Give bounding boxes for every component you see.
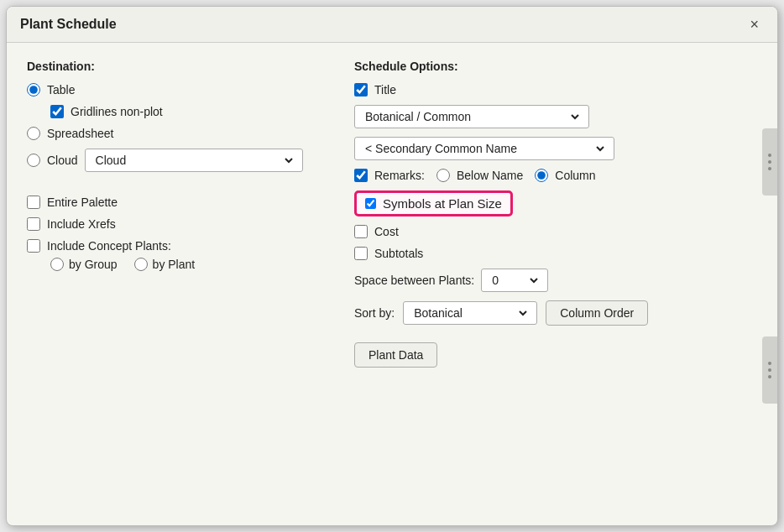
remarks-checkbox[interactable] xyxy=(354,169,368,182)
plant-data-row: Plant Data xyxy=(354,339,757,368)
cloud-dropdown[interactable]: Cloud Option 1 Option 2 xyxy=(85,149,303,172)
gridlines-checkbox-item: Gridlines non-plot xyxy=(50,105,337,118)
botanical-common-dropdown[interactable]: Botanical / Common Botanical Common xyxy=(354,105,589,128)
subtotals-checkbox[interactable] xyxy=(354,247,368,260)
handle-dot xyxy=(768,375,771,378)
plant-schedule-dialog: Plant Schedule × Destination: Table Grid… xyxy=(6,6,778,526)
cloud-radio-label[interactable]: Cloud xyxy=(47,154,78,167)
include-xrefs-label[interactable]: Include Xrefs xyxy=(47,217,116,231)
by-group-radio[interactable] xyxy=(50,258,64,271)
subtotals-item: Subtotals xyxy=(354,247,757,260)
cost-label[interactable]: Cost xyxy=(374,225,399,238)
sort-row: Sort by: Botanical Common Code Column Or… xyxy=(354,300,757,326)
include-concept-container: Include Concept Plants: by Group by Plan… xyxy=(27,239,337,271)
remarks-label[interactable]: Remarks: xyxy=(374,169,425,182)
concept-sub-group: by Group by Plant xyxy=(50,258,337,271)
cost-item: Cost xyxy=(354,225,757,238)
include-concept-label[interactable]: Include Concept Plants: xyxy=(47,239,171,253)
symbols-checkbox[interactable] xyxy=(365,198,376,209)
handle-dot xyxy=(768,362,771,365)
space-select[interactable]: 0 1 2 3 4 5 xyxy=(489,273,541,288)
by-plant-radio-item: by Plant xyxy=(134,258,196,271)
column-item: Column xyxy=(535,169,595,182)
below-name-item: Below Name xyxy=(436,169,523,182)
handle-dot xyxy=(768,160,771,164)
botanical-common-select[interactable]: Botanical / Common Botanical Common xyxy=(362,109,582,124)
column-radio[interactable] xyxy=(535,169,548,182)
gridlines-label[interactable]: Gridlines non-plot xyxy=(71,105,163,118)
sort-dropdown[interactable]: Botanical Common Code xyxy=(403,301,537,325)
sort-select[interactable]: Botanical Common Code xyxy=(410,305,530,321)
extra-options-group: Entire Palette Include Xrefs Include Con… xyxy=(27,196,337,271)
include-xrefs-checkbox[interactable] xyxy=(27,217,40,231)
schedule-options-label: Schedule Options: xyxy=(354,60,757,73)
handle-dot xyxy=(768,167,771,170)
handle-dot xyxy=(768,368,771,372)
by-group-radio-item: by Group xyxy=(50,258,118,271)
plant-data-button[interactable]: Plant Data xyxy=(354,342,437,368)
subtotals-label[interactable]: Subtotals xyxy=(374,247,423,260)
column-label[interactable]: Column xyxy=(555,169,595,182)
cloud-radio[interactable] xyxy=(27,154,40,167)
secondary-common-dropdown[interactable]: < Secondary Common Name Secondary Common… xyxy=(354,137,614,160)
destination-label: Destination: xyxy=(27,60,337,73)
title-checkbox[interactable] xyxy=(354,83,368,96)
remarks-row: Remarks: Below Name Column xyxy=(354,169,757,182)
include-xrefs-item: Include Xrefs xyxy=(27,217,337,231)
spreadsheet-radio-item: Spreadsheet xyxy=(27,127,337,140)
entire-palette-item: Entire Palette xyxy=(27,196,337,209)
title-item: Title xyxy=(354,83,757,96)
right-panel: Schedule Options: Title Botanical / Comm… xyxy=(354,60,757,368)
entire-palette-label[interactable]: Entire Palette xyxy=(47,196,118,209)
dialog-body: Destination: Table Gridlines non-plot Sp… xyxy=(7,43,777,384)
cloud-radio-item: Cloud Cloud Option 1 Option 2 xyxy=(27,149,337,172)
handle-dot xyxy=(768,154,771,157)
table-radio-item: Table xyxy=(27,83,337,96)
remarks-item: Remarks: xyxy=(354,169,425,182)
close-button[interactable]: × xyxy=(745,15,764,34)
space-between-row: Space between Plants: 0 1 2 3 4 5 xyxy=(354,269,757,292)
by-plant-label[interactable]: by Plant xyxy=(153,258,196,271)
secondary-common-select[interactable]: < Secondary Common Name Secondary Common… xyxy=(362,141,607,156)
space-between-label: Space between Plants: xyxy=(354,274,474,287)
include-concept-item: Include Concept Plants: xyxy=(27,239,337,253)
destination-radio-group: Table Gridlines non-plot Spreadsheet Clo… xyxy=(27,83,337,172)
vertical-handle-top xyxy=(762,128,777,196)
vertical-handle-bottom xyxy=(762,336,777,404)
cloud-select[interactable]: Cloud Option 1 Option 2 xyxy=(92,153,295,168)
symbols-highlight-wrapper: Symbols at Plan Size xyxy=(354,190,757,216)
symbols-highlight-box: Symbols at Plan Size xyxy=(354,190,513,216)
by-group-label[interactable]: by Group xyxy=(69,258,118,271)
table-radio-label[interactable]: Table xyxy=(47,83,75,96)
spreadsheet-radio[interactable] xyxy=(27,127,40,140)
title-label[interactable]: Title xyxy=(374,83,396,96)
schedule-options-group: Title Botanical / Common Botanical Commo… xyxy=(354,83,757,368)
title-bar: Plant Schedule × xyxy=(7,7,777,43)
below-name-label[interactable]: Below Name xyxy=(457,169,523,182)
entire-palette-checkbox[interactable] xyxy=(27,196,40,209)
by-plant-radio[interactable] xyxy=(134,258,148,271)
dialog-title: Plant Schedule xyxy=(20,17,117,32)
below-name-radio[interactable] xyxy=(436,169,450,182)
space-dropdown[interactable]: 0 1 2 3 4 5 xyxy=(481,269,548,292)
gridlines-checkbox[interactable] xyxy=(50,105,64,118)
spreadsheet-radio-label[interactable]: Spreadsheet xyxy=(47,127,113,140)
left-panel: Destination: Table Gridlines non-plot Sp… xyxy=(27,60,337,368)
column-order-button[interactable]: Column Order xyxy=(546,300,648,326)
include-concept-checkbox[interactable] xyxy=(27,239,40,253)
table-radio[interactable] xyxy=(27,83,40,96)
symbols-label[interactable]: Symbols at Plan Size xyxy=(383,196,502,211)
cost-checkbox[interactable] xyxy=(354,225,368,238)
gridlines-indent: Gridlines non-plot xyxy=(50,105,337,118)
sort-by-label: Sort by: xyxy=(354,306,395,320)
